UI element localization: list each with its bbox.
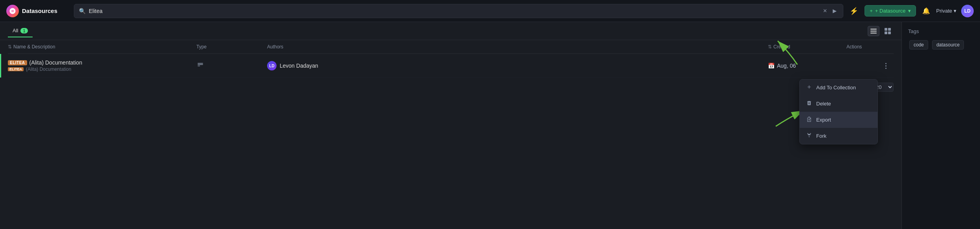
app-title: Datasources: [22, 7, 57, 14]
view-controls: [868, 26, 894, 36]
workspace-label: Private: [936, 8, 952, 14]
name-col: ELITEA (Alita) Documentation ELITEA (Ali…: [8, 59, 196, 72]
author-avatar: LD: [267, 61, 277, 70]
content-area: All 1: [0, 22, 901, 229]
add-to-collection-label: Add To Collection: [816, 85, 856, 90]
topnav: Datasources 🔍 ✕ ▶ ⚡ + + Datasource ▾ 🔔 P…: [0, 0, 980, 22]
tags-panel: Tags code datasource: [901, 22, 980, 229]
delete-icon: [806, 100, 812, 107]
workspace-selector[interactable]: Private ▾: [936, 8, 956, 14]
add-datasource-button[interactable]: + + Datasource ▾: [865, 5, 916, 17]
author-name: Levon Dadayan: [280, 63, 318, 69]
tab-all-label: All: [13, 28, 18, 33]
doc-title: ELITEA (Alita) Documentation: [8, 59, 196, 66]
sort-icon-name: ⇅: [8, 44, 12, 50]
author-cell: LD Levon Dadayan: [267, 61, 768, 70]
col-header-type: Type: [196, 44, 267, 50]
clear-search-button[interactable]: ✕: [821, 6, 829, 15]
grid-view-button[interactable]: [882, 26, 894, 36]
avatar[interactable]: LD: [961, 5, 974, 17]
col-header-name: ⇅ Name & Description: [8, 44, 196, 50]
col-header-actions: Actions: [846, 44, 894, 50]
chevron-down-icon: ▾: [908, 8, 911, 14]
list-view-button[interactable]: [868, 26, 879, 36]
settings-icon[interactable]: ⚡: [848, 5, 860, 17]
workspace-chevron: ▾: [954, 8, 956, 14]
tag-datasource[interactable]: datasource: [932, 40, 964, 50]
tags-list: code datasource: [908, 39, 974, 51]
type-cell: [196, 61, 267, 70]
delete-label: Delete: [816, 101, 831, 107]
add-collection-icon: [806, 84, 812, 91]
nav-right: + + Datasource ▾ 🔔 Private ▾ LD: [865, 5, 974, 17]
dropdown-menu: Add To Collection Delete Export: [799, 79, 878, 144]
actions-cell: [846, 61, 894, 70]
export-icon: [806, 116, 812, 123]
tab-all[interactable]: All 1: [8, 24, 33, 37]
svg-rect-4: [888, 28, 891, 31]
search-input[interactable]: [89, 8, 818, 14]
logo-area: Datasources: [6, 5, 69, 17]
dropdown-item-export[interactable]: Export: [800, 112, 877, 128]
tab-all-count: 1: [20, 28, 27, 33]
badge-elitea: ELITEA: [8, 60, 27, 65]
tag-code[interactable]: code: [909, 40, 928, 50]
export-label: Export: [816, 117, 831, 123]
svg-rect-6: [888, 31, 891, 34]
more-actions-button[interactable]: [882, 61, 890, 70]
fork-icon: [806, 133, 812, 139]
app-logo: [6, 5, 19, 17]
dropdown-item-delete[interactable]: Delete: [800, 96, 877, 112]
fork-label: Fork: [816, 133, 826, 139]
col-name-label: Name & Description: [13, 44, 55, 50]
svg-rect-2: [870, 33, 877, 33]
dropdown-item-add-to-collection[interactable]: Add To Collection: [800, 79, 877, 96]
svg-rect-1: [870, 31, 877, 31]
col-header-authors: Authors: [267, 44, 768, 50]
doc-subtitle-text: (Alita) Documentation: [26, 66, 71, 72]
col-authors-label: Authors: [267, 44, 283, 50]
badge-elitea-sm: ELITEA: [8, 67, 24, 71]
add-datasource-label: + Datasource: [875, 8, 906, 14]
svg-rect-5: [885, 31, 887, 34]
doc-title-text[interactable]: (Alita) Documentation: [29, 59, 82, 66]
tags-title: Tags: [908, 28, 974, 34]
svg-rect-0: [870, 29, 877, 30]
search-icon: 🔍: [79, 8, 86, 14]
search-actions: ✕ ▶: [821, 6, 838, 15]
run-search-button[interactable]: ▶: [831, 6, 838, 15]
search-bar: 🔍 ✕ ▶: [74, 4, 843, 18]
svg-rect-3: [885, 28, 887, 31]
plus-icon: +: [870, 8, 873, 14]
doc-subtitle: ELITEA (Alita) Documentation: [8, 66, 196, 72]
main-content: All 1: [0, 22, 980, 229]
notification-button[interactable]: 🔔: [921, 6, 932, 16]
col-actions-label: Actions: [846, 44, 862, 50]
pagination-row: Rows per page: 10 20 50 100: [0, 78, 901, 96]
row-indicator: [0, 54, 1, 78]
dropdown-item-fork[interactable]: Fork: [800, 128, 877, 144]
arrow-to-view-controls: [758, 37, 805, 68]
col-type-label: Type: [196, 44, 207, 50]
